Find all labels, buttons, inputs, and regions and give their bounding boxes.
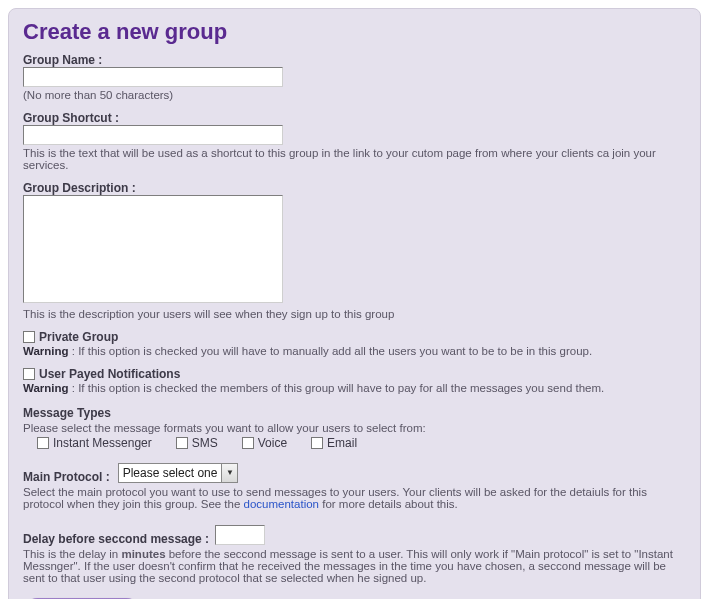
payed-notifications-checkbox[interactable]	[23, 368, 35, 380]
group-description-textarea[interactable]	[23, 195, 283, 303]
message-types-hint: Please select the message formats you wa…	[23, 422, 686, 434]
create-group-card: Create a new group Group Name : (No more…	[8, 8, 701, 599]
delay-hint: This is the delay in minutes before the …	[23, 548, 686, 584]
main-protocol-select[interactable]: Please select one ▼	[118, 463, 239, 483]
delay-label: Delay before seccond message :	[23, 532, 209, 546]
type-sms-label: SMS	[192, 436, 218, 450]
warning-word: Warning	[23, 345, 69, 357]
delay-input[interactable]	[215, 525, 265, 545]
type-voice-label: Voice	[258, 436, 287, 450]
group-description-label: Group Description :	[23, 181, 686, 195]
main-protocol-label: Main Protocol :	[23, 470, 110, 484]
private-group-checkbox[interactable]	[23, 331, 35, 343]
message-types-heading: Message Types	[23, 406, 686, 420]
type-im-label: Instant Messenger	[53, 436, 152, 450]
group-name-input[interactable]	[23, 67, 283, 87]
group-shortcut-label: Group Shortcut :	[23, 111, 686, 125]
private-group-label: Private Group	[39, 330, 118, 344]
documentation-link[interactable]: documentation	[244, 498, 319, 510]
type-email-label: Email	[327, 436, 357, 450]
type-voice-checkbox[interactable]	[242, 437, 254, 449]
main-protocol-selected: Please select one	[119, 466, 222, 480]
group-description-hint: This is the description your users will …	[23, 308, 686, 320]
chevron-down-icon: ▼	[221, 464, 237, 482]
type-im-checkbox[interactable]	[37, 437, 49, 449]
warning-word: Warning	[23, 382, 69, 394]
private-group-warning: Warning : If this option is checked you …	[23, 345, 686, 357]
payed-notifications-label: User Payed Notifications	[39, 367, 180, 381]
group-shortcut-input[interactable]	[23, 125, 283, 145]
group-name-hint: (No more than 50 characters)	[23, 89, 686, 101]
minutes-word: minutes	[121, 548, 165, 560]
payed-notifications-warning: Warning : If this option is checked the …	[23, 382, 686, 394]
group-name-label: Group Name :	[23, 53, 686, 67]
page-title: Create a new group	[23, 19, 686, 45]
type-email-checkbox[interactable]	[311, 437, 323, 449]
type-sms-checkbox[interactable]	[176, 437, 188, 449]
main-protocol-hint: Select the main protocol you want to use…	[23, 486, 686, 510]
group-shortcut-hint: This is the text that will be used as a …	[23, 147, 686, 171]
message-types-row: Instant Messenger SMS Voice Email	[23, 436, 686, 450]
